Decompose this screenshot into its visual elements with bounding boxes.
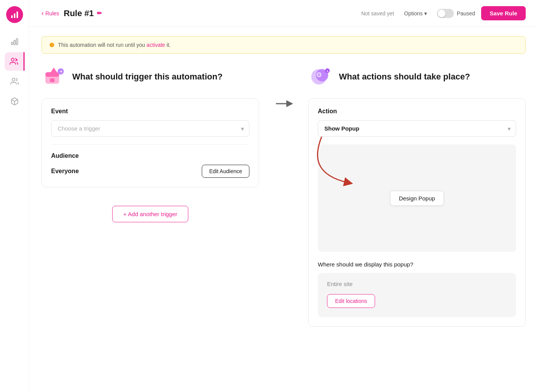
add-trigger-button[interactable]: + Add another trigger	[112, 206, 189, 222]
right-arrow-icon	[274, 98, 293, 109]
popup-preview-area: Design Popup	[318, 144, 516, 252]
action-label: Action	[318, 108, 516, 115]
design-popup-button[interactable]: Design Popup	[390, 191, 444, 206]
right-column-title: What actions should take place?	[339, 72, 470, 82]
right-column: ⚙ ✦ What actions should take place? Acti…	[293, 65, 526, 327]
trigger-select[interactable]: Choose a trigger	[51, 120, 249, 137]
paused-label: Paused	[457, 10, 475, 17]
sidebar	[0, 0, 29, 392]
page-body: This automation will not run until you a…	[29, 27, 538, 392]
svg-rect-1	[14, 13, 15, 18]
paused-toggle-container: Paused	[437, 9, 475, 18]
svg-text:✦: ✦	[326, 69, 329, 73]
right-column-header: ⚙ ✦ What actions should take place?	[308, 65, 526, 89]
edit-locations-button[interactable]: Edit locations	[327, 294, 375, 308]
svg-text:✦: ✦	[60, 69, 63, 74]
edit-rule-title-icon[interactable]: ✏	[97, 10, 102, 17]
header: Rules Rule #1 ✏ Not saved yet Options ▾ …	[29, 0, 538, 27]
add-trigger-wrapper: + Add another trigger	[42, 197, 259, 222]
everyone-label: Everyone	[51, 168, 79, 175]
audience-row: Everyone Edit Audience	[51, 165, 249, 178]
svg-rect-14	[50, 78, 55, 82]
trigger-select-wrapper: Choose a trigger ▾	[51, 120, 249, 137]
columns: ✦ What should trigger this automation? E…	[42, 65, 526, 327]
event-label: Event	[51, 108, 249, 115]
svg-text:⚙: ⚙	[316, 71, 322, 79]
svg-point-6	[12, 58, 14, 61]
left-column-header: ✦ What should trigger this automation?	[42, 65, 259, 89]
banner-text: This automation will not run until you a…	[58, 42, 171, 48]
sidebar-item-audience[interactable]	[5, 72, 25, 91]
rule-title: Rule #1 ✏	[64, 8, 102, 18]
paused-toggle[interactable]	[437, 9, 454, 18]
audience-section-label: Audience	[51, 152, 249, 159]
left-column-title: What should trigger this automation?	[72, 72, 223, 82]
sidebar-item-analytics[interactable]	[5, 32, 25, 51]
card-divider	[51, 144, 249, 145]
svg-rect-5	[16, 39, 18, 45]
action-select-wrapper: Show Popup ▾	[318, 120, 516, 137]
activate-link[interactable]: activate	[146, 42, 165, 48]
svg-marker-13	[51, 68, 57, 72]
svg-rect-2	[17, 12, 18, 18]
save-rule-button[interactable]: Save Rule	[481, 6, 526, 20]
main-content: Rules Rule #1 ✏ Not saved yet Options ▾ …	[29, 0, 538, 392]
where-display-label: Where should we display this popup?	[318, 261, 516, 268]
location-card: Entire site Edit locations	[318, 273, 516, 317]
back-link[interactable]: Rules	[42, 9, 59, 17]
action-icon: ⚙ ✦	[308, 65, 333, 89]
banner-warning-icon	[50, 43, 54, 47]
svg-rect-0	[11, 15, 13, 18]
trigger-icon: ✦	[42, 65, 66, 89]
sidebar-nav	[0, 32, 29, 111]
svg-point-9	[12, 78, 15, 81]
toggle-knob	[438, 10, 445, 17]
trigger-card: Event Choose a trigger ▾ Audience Everyo…	[42, 98, 259, 187]
arrow-divider	[274, 65, 293, 109]
not-saved-status: Not saved yet	[361, 10, 394, 17]
svg-rect-12	[45, 72, 59, 77]
edit-audience-button[interactable]: Edit Audience	[202, 165, 249, 178]
options-button[interactable]: Options ▾	[400, 8, 431, 19]
action-select[interactable]: Show Popup	[318, 120, 516, 137]
action-card: Action Show Popup ▾	[308, 98, 526, 327]
sidebar-item-automations[interactable]	[5, 52, 25, 71]
header-right: Not saved yet Options ▾ Paused Save Rule	[361, 6, 526, 20]
svg-rect-3	[11, 42, 13, 45]
chevron-down-icon: ▾	[424, 10, 427, 17]
sidebar-item-products[interactable]	[5, 92, 25, 111]
curved-arrow-icon	[306, 125, 383, 202]
rule-title-text: Rule #1	[64, 8, 94, 18]
app-logo[interactable]	[6, 6, 23, 23]
svg-rect-4	[14, 40, 15, 45]
left-column: ✦ What should trigger this automation? E…	[42, 65, 274, 222]
entire-site-text: Entire site	[327, 281, 507, 287]
banner: This automation will not run until you a…	[42, 36, 526, 54]
